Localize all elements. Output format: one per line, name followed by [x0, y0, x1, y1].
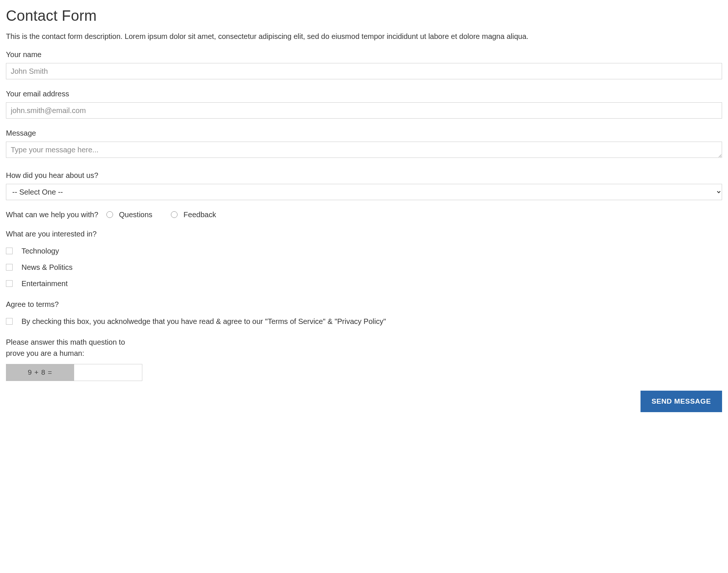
radio-option-feedback[interactable]: Feedback [171, 209, 216, 220]
form-description: This is the contact form description. Lo… [6, 30, 722, 42]
name-input[interactable] [6, 63, 722, 79]
help-with-row: What can we help you with? Questions Fee… [6, 209, 722, 220]
checkbox-terms[interactable] [6, 318, 13, 325]
captcha-row: 9 + 8 = [6, 364, 722, 381]
field-group-hear-about: How did you hear about us? -- Select One… [6, 170, 722, 200]
radio-questions-label: Questions [119, 209, 152, 220]
message-textarea[interactable] [6, 142, 722, 158]
email-label: Your email address [6, 88, 722, 99]
checkbox-row-terms[interactable]: By checking this box, you acknolwedge th… [6, 316, 722, 327]
checkbox-news-politics-label: News & Politics [21, 262, 73, 273]
terms-label: Agree to terms? [6, 299, 722, 310]
captcha-question: 9 + 8 = [6, 364, 74, 381]
radio-option-questions[interactable]: Questions [106, 209, 152, 220]
checkbox-news-politics[interactable] [6, 264, 13, 271]
checkbox-entertainment-label: Entertainment [21, 278, 68, 289]
checkbox-row-entertainment[interactable]: Entertainment [6, 278, 722, 289]
captcha-label: Please answer this math question to prov… [6, 337, 132, 359]
checkbox-entertainment[interactable] [6, 280, 13, 287]
radio-feedback-label: Feedback [183, 209, 216, 220]
send-message-button[interactable]: SEND MESSAGE [641, 391, 722, 412]
radio-questions[interactable] [106, 211, 113, 218]
checkbox-technology-label: Technology [21, 245, 59, 256]
hear-about-select[interactable]: -- Select One -- [6, 184, 722, 200]
captcha-input[interactable] [74, 364, 142, 381]
message-label: Message [6, 127, 722, 139]
checkbox-row-news-politics[interactable]: News & Politics [6, 262, 722, 273]
field-group-message: Message [6, 127, 722, 161]
field-group-name: Your name [6, 49, 722, 79]
interests-section: What are you interested in? Technology N… [6, 228, 722, 289]
interests-label: What are you interested in? [6, 228, 722, 239]
hear-about-label: How did you hear about us? [6, 170, 722, 181]
checkbox-terms-label: By checking this box, you acknolwedge th… [21, 316, 386, 327]
email-input[interactable] [6, 102, 722, 119]
checkbox-technology[interactable] [6, 248, 13, 254]
field-group-email: Your email address [6, 88, 722, 119]
captcha-section: Please answer this math question to prov… [6, 337, 722, 381]
help-with-label: What can we help you with? [6, 209, 98, 220]
checkbox-row-technology[interactable]: Technology [6, 245, 722, 256]
page-title: Contact Form [6, 4, 722, 27]
button-row: SEND MESSAGE [6, 391, 722, 412]
name-label: Your name [6, 49, 722, 60]
radio-feedback[interactable] [171, 211, 178, 218]
terms-section: Agree to terms? By checking this box, yo… [6, 299, 722, 327]
